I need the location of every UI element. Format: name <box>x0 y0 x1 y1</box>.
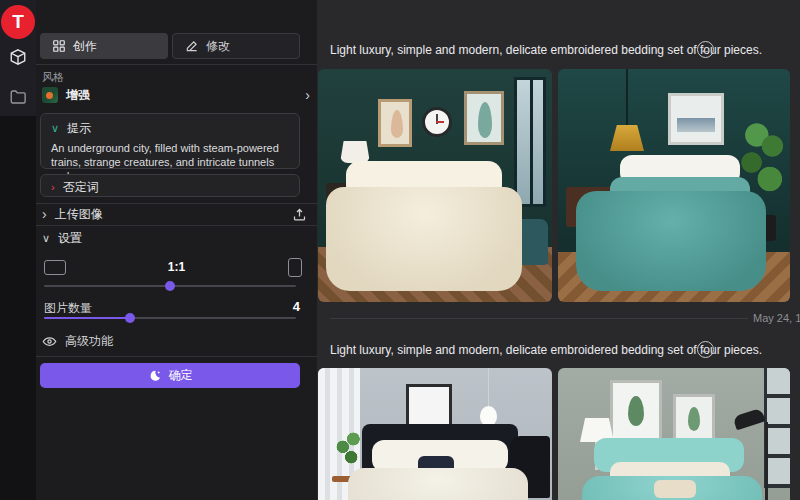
aspect-slider-thumb[interactable] <box>165 281 175 291</box>
chevron-right-icon: › <box>305 88 310 102</box>
confirm-button[interactable]: 确定 <box>40 363 300 388</box>
generated-image-2[interactable] <box>558 69 790 302</box>
wall-art-graphic <box>378 99 412 147</box>
generated-image-4[interactable] <box>558 368 790 500</box>
back-arrow-glyph: ← <box>700 344 711 355</box>
upload-section-label: 上传图像 <box>55 206 103 223</box>
aspect-ratio-value: 1:1 <box>36 260 317 274</box>
upload-icon[interactable] <box>292 207 307 222</box>
wall-clock-graphic <box>422 107 452 137</box>
divider <box>36 64 317 65</box>
image-count-slider[interactable] <box>44 317 296 319</box>
reuse-prompt-icon[interactable]: ← <box>697 341 714 358</box>
create-grid-icon <box>52 39 66 53</box>
chevron-right-icon[interactable]: › <box>51 182 55 193</box>
slider-fill <box>44 317 130 319</box>
upload-image-row[interactable]: › 上传图像 <box>36 204 317 224</box>
date-label: May 24, 1 <box>753 312 800 324</box>
moon-sparkle-icon <box>148 369 162 383</box>
style-value: 增强 <box>66 87 90 104</box>
divider <box>36 356 317 357</box>
duvet-graphic <box>326 187 522 291</box>
advanced-features-row[interactable]: 高级功能 <box>42 333 113 350</box>
wall-art-graphic <box>668 93 724 145</box>
generated-image-3[interactable] <box>318 368 552 500</box>
back-arrow-glyph: ← <box>700 44 711 55</box>
chevron-down-icon: ∨ <box>42 233 50 244</box>
tab-modify[interactable]: 修改 <box>172 33 300 59</box>
reuse-prompt-icon[interactable]: ← <box>697 41 714 58</box>
wall-art-graphic <box>673 394 715 444</box>
folder-icon[interactable] <box>8 87 28 107</box>
divider <box>36 225 317 226</box>
wall-art-graphic <box>464 91 504 145</box>
wall-art-graphic <box>610 380 662 442</box>
duvet-graphic <box>576 191 766 291</box>
window-graphic <box>514 77 546 207</box>
prompt-card[interactable]: ∨ 提示 An underground city, filled with st… <box>40 113 300 169</box>
confirm-button-label: 确定 <box>169 367 193 384</box>
edit-pencil-icon <box>185 39 199 53</box>
generation-sidebar: 创作 修改 风格 增强 › ∨ 提示 An underground city, … <box>36 0 317 500</box>
portrait-ratio-icon[interactable] <box>288 258 302 277</box>
settings-section-label: 设置 <box>58 230 82 247</box>
table-lamp-graphic <box>340 141 370 163</box>
count-slider-thumb[interactable] <box>125 313 135 323</box>
style-selector[interactable]: 增强 › <box>42 85 310 105</box>
app-logo[interactable]: T <box>1 5 35 39</box>
settings-header[interactable]: ∨ 设置 <box>42 230 82 247</box>
image-count-value: 4 <box>36 299 300 314</box>
negative-section-label: 否定词 <box>63 179 99 196</box>
tab-modify-label: 修改 <box>206 38 230 55</box>
eye-icon <box>42 334 57 349</box>
chevron-right-icon: › <box>42 207 47 221</box>
style-label: 风格 <box>42 70 64 85</box>
aspect-ratio-slider[interactable] <box>44 285 296 287</box>
model-cube-icon[interactable] <box>8 47 28 67</box>
app-rail: T <box>0 0 36 500</box>
advanced-features-label: 高级功能 <box>65 333 113 350</box>
chevron-down-icon[interactable]: ∨ <box>51 123 59 134</box>
tab-create[interactable]: 创作 <box>40 33 168 59</box>
prompt-section-label: 提示 <box>67 120 91 137</box>
style-thumbnail-icon <box>42 87 58 103</box>
pendant-lamp-graphic <box>480 406 497 426</box>
tab-create-label: 创作 <box>73 38 97 55</box>
negative-prompt-card[interactable]: › 否定词 <box>40 174 300 197</box>
generated-image-1[interactable] <box>318 69 552 302</box>
date-divider <box>330 318 748 319</box>
duvet-graphic <box>348 468 528 500</box>
gallery-panel: Light luxury, simple and modern, delicat… <box>317 0 800 500</box>
